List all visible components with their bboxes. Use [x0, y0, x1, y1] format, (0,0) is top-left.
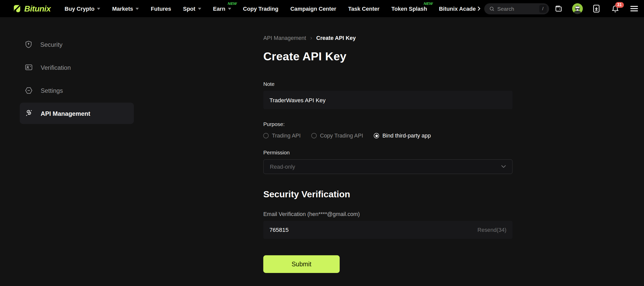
top-navbar: Bitunix Buy Crypto Markets Futures Spot …	[0, 0, 644, 17]
sidebar-item-api-management[interactable]: API Management	[20, 102, 134, 124]
notification-count-badge: 31	[615, 2, 624, 8]
purpose-options: Trading API Copy Trading API Bind third-…	[263, 133, 513, 139]
radio-trading-api[interactable]: Trading API	[263, 133, 301, 139]
search-input[interactable]	[497, 6, 536, 12]
new-badge: NEW	[228, 1, 237, 6]
search-shortcut-key: /	[539, 5, 547, 13]
permission-select[interactable]: Read-only	[263, 159, 513, 174]
hamburger-menu-icon	[630, 5, 638, 12]
create-api-key-panel: API Management › Create API Key Create A…	[263, 17, 513, 286]
breadcrumb-current: Create API Key	[316, 35, 356, 41]
account-avatar[interactable]	[568, 3, 587, 14]
api-plug-icon	[25, 110, 32, 117]
sidebar-item-security[interactable]: Security	[20, 34, 134, 55]
permission-label: Permission	[263, 150, 513, 156]
verification-code-field: Resend(34)	[263, 221, 513, 239]
main-nav: Buy Crypto Markets Futures Spot Earn NEW…	[65, 6, 476, 12]
sidebar-item-verification[interactable]: Verification	[20, 57, 134, 78]
wallet-button[interactable]	[549, 5, 568, 13]
resend-countdown-button[interactable]: Resend(34)	[478, 227, 506, 233]
note-input[interactable]	[263, 91, 513, 109]
security-verification-heading: Security Verification	[263, 189, 513, 200]
nav-earn[interactable]: Earn NEW	[213, 6, 231, 12]
nav-markets[interactable]: Markets	[112, 6, 139, 12]
avatar	[572, 3, 583, 14]
chevron-down-icon	[97, 8, 100, 10]
radio-circle-icon	[311, 133, 317, 138]
nav-buy-crypto[interactable]: Buy Crypto	[65, 6, 100, 12]
nav-scroll-right-icon[interactable]	[476, 6, 482, 11]
radio-label: Copy Trading API	[320, 133, 363, 139]
bitunix-logo[interactable]: Bitunix	[12, 4, 51, 13]
submit-button[interactable]: Submit	[263, 255, 340, 273]
account-sidebar: Security Verification Settings	[20, 17, 134, 286]
search-icon	[489, 6, 494, 11]
navbar-right: /	[476, 3, 643, 14]
purpose-label: Purpose:	[263, 121, 513, 127]
breadcrumb-separator-icon: ›	[310, 35, 312, 41]
nav-task-center[interactable]: Task Center	[348, 6, 380, 12]
page-body: Security Verification Settings	[0, 17, 644, 286]
settings-hexagon-icon	[25, 87, 32, 94]
chevron-down-icon	[228, 8, 231, 10]
radio-copy-trading-api[interactable]: Copy Trading API	[311, 133, 363, 139]
radio-label: Trading API	[272, 133, 301, 139]
notifications-button[interactable]: 31	[606, 5, 625, 13]
radio-bind-third-party-app[interactable]: Bind third-party app	[374, 133, 431, 139]
sidebar-item-label: API Management	[41, 110, 90, 117]
sidebar-item-label: Security	[40, 41, 62, 48]
email-verification-label: Email Verification (hen****@gmail.com)	[263, 211, 513, 217]
nav-copy-trading[interactable]: Copy Trading	[243, 6, 279, 12]
chevron-down-icon	[136, 8, 139, 10]
nav-spot[interactable]: Spot	[183, 6, 201, 12]
new-badge: NEW	[424, 1, 433, 6]
id-card-icon	[25, 64, 32, 71]
bitunix-logo-icon	[12, 4, 21, 13]
breadcrumb: API Management › Create API Key	[263, 35, 513, 41]
bitunix-wordmark: Bitunix	[24, 4, 51, 13]
nav-campaign-center[interactable]: Campaign Center	[290, 6, 336, 12]
app-download-button[interactable]	[587, 5, 606, 13]
page-title: Create API Key	[263, 50, 513, 63]
radio-circle-icon	[263, 133, 269, 138]
nav-token-splash[interactable]: Token Splash NEW	[391, 6, 427, 12]
chevron-down-icon	[501, 165, 506, 168]
shield-icon	[25, 41, 32, 48]
menu-button[interactable]	[625, 5, 643, 12]
note-label: Note	[263, 81, 513, 87]
sidebar-item-label: Verification	[41, 64, 71, 71]
permission-selected-value: Read-only	[270, 164, 295, 170]
nav-futures[interactable]: Futures	[151, 6, 171, 12]
breadcrumb-api-management[interactable]: API Management	[263, 35, 306, 41]
sidebar-item-settings[interactable]: Settings	[20, 80, 134, 101]
radio-selected-icon	[374, 133, 379, 138]
sidebar-item-label: Settings	[41, 87, 63, 94]
chevron-down-icon	[198, 8, 201, 10]
search-bar[interactable]: /	[484, 3, 549, 14]
wallet-icon	[554, 5, 563, 13]
nav-bitunix-academy[interactable]: Bitunix Academy	[439, 6, 476, 12]
app-download-icon	[593, 5, 600, 13]
avatar-person-icon	[572, 5, 583, 14]
verification-code-input[interactable]	[269, 226, 477, 233]
radio-label: Bind third-party app	[382, 133, 431, 139]
